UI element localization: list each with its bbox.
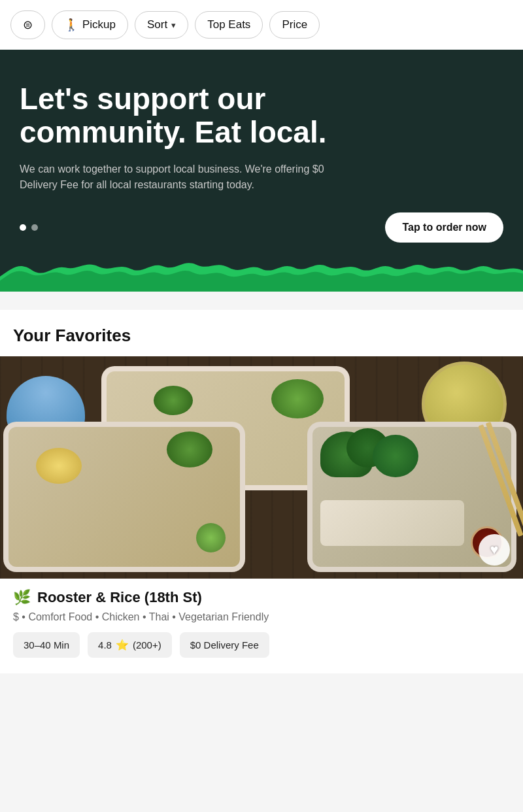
filters-icon: ⊜ bbox=[23, 18, 33, 32]
hero-dot-1[interactable] bbox=[20, 224, 26, 231]
sort-label: Sort bbox=[147, 18, 167, 31]
pickup-chip[interactable]: 🚶 Pickup bbox=[52, 10, 128, 39]
time-badge-text: 30–40 Min bbox=[24, 639, 69, 651]
restaurant-card[interactable]: ♥ 🌿 Rooster & Rice (18th St) $ • Comfort… bbox=[0, 356, 523, 658]
rating-value: 4.8 bbox=[98, 639, 112, 651]
food-scene bbox=[0, 356, 523, 579]
restaurant-info: 🌿 Rooster & Rice (18th St) $ • Comfort F… bbox=[0, 579, 523, 658]
favorite-heart-button[interactable]: ♥ bbox=[479, 534, 510, 566]
top-eats-chip[interactable]: Top Eats bbox=[195, 11, 263, 39]
restaurant-emoji: 🌿 bbox=[13, 589, 31, 606]
filter-bar: ⊜ 🚶 Pickup Sort ▾ Top Eats Price bbox=[0, 0, 523, 50]
hero-dot-2[interactable] bbox=[31, 224, 38, 231]
favorites-title: Your Favorites bbox=[0, 310, 523, 356]
top-eats-label: Top Eats bbox=[207, 18, 250, 31]
hero-title: Let's support our community. Eat local. bbox=[20, 82, 360, 148]
time-badge: 30–40 Min bbox=[13, 632, 80, 658]
sort-chevron-icon: ▾ bbox=[171, 20, 176, 30]
pickup-label: Pickup bbox=[82, 18, 116, 31]
hero-subtitle: We can work together to support local bu… bbox=[20, 161, 333, 193]
restaurant-name-text: Rooster & Rice (18th St) bbox=[37, 589, 202, 606]
filters-chip[interactable]: ⊜ bbox=[10, 10, 45, 39]
heart-icon: ♥ bbox=[490, 541, 498, 558]
restaurant-image: ♥ bbox=[0, 356, 523, 579]
favorites-section: Your Favorites bbox=[0, 310, 523, 673]
hero-footer: Tap to order now bbox=[20, 212, 503, 262]
restaurant-badges: 30–40 Min 4.8 ⭐ (200+) $0 Delivery Fee bbox=[13, 632, 510, 658]
section-gap bbox=[0, 292, 523, 310]
pickup-icon: 🚶 bbox=[64, 18, 78, 32]
sort-chip[interactable]: Sort ▾ bbox=[135, 11, 188, 39]
review-count: (200+) bbox=[133, 639, 161, 651]
hero-grass-decoration bbox=[0, 256, 523, 292]
restaurant-name: 🌿 Rooster & Rice (18th St) bbox=[13, 589, 510, 606]
hero-dots bbox=[20, 224, 38, 231]
rating-badge: 4.8 ⭐ (200+) bbox=[88, 632, 172, 658]
tap-to-order-button[interactable]: Tap to order now bbox=[385, 212, 503, 243]
hero-banner: Let's support our community. Eat local. … bbox=[0, 50, 523, 292]
star-icon: ⭐ bbox=[116, 639, 129, 651]
restaurant-tags: $ • Comfort Food • Chicken • Thai • Vege… bbox=[13, 611, 510, 623]
delivery-fee-text: $0 Delivery Fee bbox=[190, 639, 259, 651]
price-chip[interactable]: Price bbox=[269, 11, 320, 39]
price-label: Price bbox=[282, 18, 307, 31]
tray-bottom-left bbox=[3, 422, 245, 572]
delivery-fee-badge: $0 Delivery Fee bbox=[180, 632, 269, 658]
